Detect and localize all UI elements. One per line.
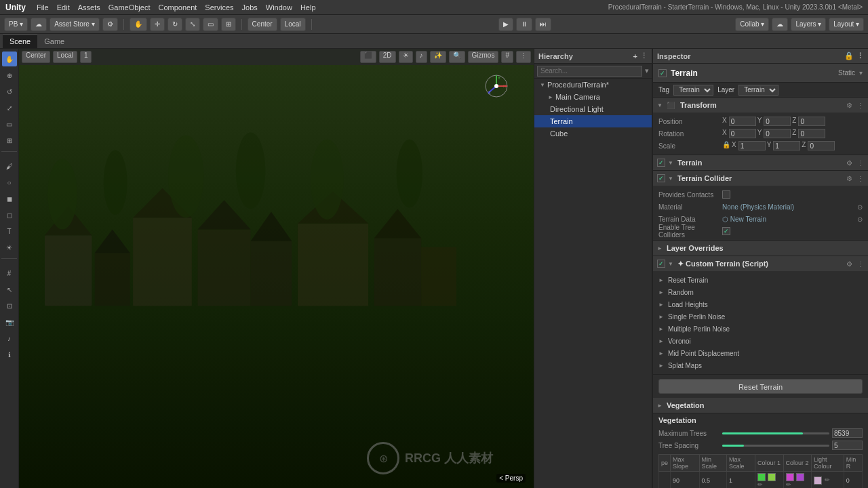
collider-more-icon[interactable]: ⋮: [857, 175, 864, 182]
veg-slope-1[interactable]: 90: [671, 472, 700, 489]
move-tool[interactable]: ⊕: [2, 68, 17, 83]
multi-tool[interactable]: ⊞: [2, 133, 17, 148]
voronoi-foldout[interactable]: Voronoi: [668, 338, 691, 345]
cursor-tool[interactable]: ↖: [2, 282, 17, 297]
terrain-enable-checkbox[interactable]: [657, 159, 665, 167]
position-y[interactable]: [764, 117, 791, 126]
midpoint-foldout[interactable]: Mid Point Displacement: [668, 350, 739, 357]
audio-scene-btn[interactable]: ♪: [416, 51, 427, 63]
rotate-tool-btn[interactable]: ↻: [167, 18, 182, 31]
hierarchy-search-input[interactable]: [537, 66, 642, 77]
2d-btn[interactable]: 2D: [379, 51, 396, 63]
layer-select[interactable]: Terrain: [738, 85, 778, 96]
tag-select[interactable]: Terrain: [673, 85, 713, 96]
collider-enable-checkbox[interactable]: [657, 174, 665, 182]
inspector-more-btn[interactable]: ⋮: [856, 52, 864, 60]
asset-store-btn[interactable]: Asset Store ▾: [50, 18, 99, 31]
position-z[interactable]: [798, 117, 825, 126]
veg-lc-1[interactable]: ✏: [812, 472, 844, 489]
menu-assets[interactable]: Assets: [78, 3, 100, 12]
terrain-data-picker-icon[interactable]: ⊙: [857, 216, 863, 223]
menu-file[interactable]: File: [37, 3, 49, 12]
scale-tool-btn[interactable]: ⤡: [185, 18, 200, 31]
fx-btn[interactable]: ✨: [430, 51, 446, 63]
reset-terrain-foldout[interactable]: Reset Terrain: [668, 277, 708, 284]
local-toggle[interactable]: Local: [53, 51, 77, 63]
scale-tool[interactable]: ⤢: [2, 100, 17, 115]
component-transform-header[interactable]: ▼ ⬛ Transform ⚙ ⋮: [653, 98, 868, 113]
rotate-tool[interactable]: ↺: [2, 84, 17, 99]
lighting-btn[interactable]: ☀: [399, 51, 413, 63]
shading-btn[interactable]: ⬛: [360, 51, 376, 63]
tree-spacing-input[interactable]: [832, 441, 863, 450]
center-btn[interactable]: Center: [248, 18, 277, 31]
scale-x[interactable]: [738, 141, 766, 150]
veg-maxscale-1[interactable]: 1: [726, 472, 755, 489]
hierarchy-more-btn[interactable]: ⋮: [640, 52, 648, 60]
component-terrain-collider-header[interactable]: ▼ Terrain Collider ⚙ ⋮: [653, 171, 868, 186]
menu-help[interactable]: Help: [300, 3, 316, 12]
layer-overrides-header[interactable]: ► Layer Overrides: [653, 241, 868, 256]
collab-btn[interactable]: Collab ▾: [735, 18, 769, 31]
light-tool[interactable]: ☀: [2, 240, 17, 255]
hand-tool-btn[interactable]: ✋: [130, 18, 147, 31]
hierarchy-filter-btn[interactable]: ▾: [645, 66, 649, 75]
vegetation-header[interactable]: ► Vegetation: [653, 398, 868, 413]
hierarchy-item-cube[interactable]: Cube: [534, 127, 652, 140]
center-toggle[interactable]: Center: [22, 51, 50, 63]
cloud-btn[interactable]: ☁: [31, 18, 47, 31]
layout-btn[interactable]: Layout ▾: [829, 18, 864, 31]
hierarchy-item-dirlight[interactable]: Directional Light: [534, 103, 652, 115]
pause-btn[interactable]: ⏸: [516, 18, 532, 31]
audio-tool[interactable]: ♪: [2, 331, 17, 346]
veg-minr-1[interactable]: 0: [844, 472, 862, 489]
rect-tool-btn[interactable]: ▭: [203, 18, 218, 31]
rotation-y[interactable]: [764, 129, 791, 138]
custom-terrain-more-icon[interactable]: ⋮: [857, 260, 864, 268]
step-btn[interactable]: ⏭: [535, 18, 551, 31]
gizmos-btn[interactable]: Gizmos: [468, 51, 499, 63]
transform-more-icon[interactable]: ⋮: [857, 102, 864, 109]
material-picker-icon[interactable]: ⊙: [857, 203, 863, 211]
layers-btn[interactable]: Layers ▾: [791, 18, 826, 31]
custom-terrain-header[interactable]: ▼ ✦ Custom Terrain (Script) ⚙ ⋮: [653, 256, 868, 271]
grid-btn[interactable]: #: [501, 51, 513, 63]
transform-tool-btn[interactable]: ⊞: [221, 18, 236, 31]
play-btn[interactable]: ▶: [498, 18, 513, 31]
max-trees-input[interactable]: [832, 428, 863, 438]
select-tool[interactable]: ◻: [2, 207, 17, 222]
rotation-x[interactable]: [729, 129, 756, 138]
tree-colliders-checkbox[interactable]: [722, 227, 730, 235]
veg-minscale-1[interactable]: 0.5: [699, 472, 726, 489]
brush-tool[interactable]: ○: [2, 175, 17, 190]
scale-input[interactable]: 1: [80, 51, 92, 63]
veg-c1-1[interactable]: ✏: [755, 472, 783, 489]
load-heights-foldout[interactable]: Load Heights: [668, 301, 708, 308]
scene-gizmo[interactable]: Y X Z: [483, 73, 510, 100]
transform-settings-icon[interactable]: ⚙: [846, 102, 852, 109]
scale-y[interactable]: [773, 141, 800, 150]
custom-terrain-settings-icon[interactable]: ⚙: [846, 260, 852, 268]
collider-settings-icon[interactable]: ⚙: [846, 175, 852, 182]
hierarchy-item-maincam[interactable]: ► Main Camera: [534, 91, 652, 103]
more-btn[interactable]: ⋮: [516, 51, 531, 63]
hand-tool[interactable]: ✋: [2, 52, 17, 66]
single-perlin-foldout[interactable]: Single Perlin Noise: [668, 313, 726, 321]
info-tool[interactable]: ℹ: [2, 347, 17, 362]
rotation-z[interactable]: [798, 129, 825, 138]
component-terrain-header[interactable]: ▼ Terrain ⚙ ⋮: [653, 155, 868, 170]
tab-game[interactable]: Game: [37, 34, 71, 48]
custom-terrain-enable-checkbox[interactable]: [657, 260, 665, 268]
scene-search[interactable]: 🔍: [449, 51, 465, 63]
hierarchy-add-btn[interactable]: +: [633, 52, 637, 60]
snap-tool[interactable]: ⊡: [2, 298, 17, 313]
text-tool[interactable]: T: [2, 224, 17, 239]
terrain-more-icon[interactable]: ⋮: [857, 159, 864, 167]
move-tool-btn[interactable]: ✛: [150, 18, 165, 31]
multiple-perlin-foldout[interactable]: Multiple Perlin Noise: [668, 325, 730, 333]
scale-lock-icon[interactable]: 🔒: [722, 141, 730, 150]
settings-btn[interactable]: ⚙: [102, 18, 118, 31]
veg-c2-1[interactable]: ✏: [783, 472, 812, 489]
inspector-lock-btn[interactable]: 🔒: [844, 52, 854, 60]
menu-gameobject[interactable]: GameObject: [108, 3, 151, 12]
